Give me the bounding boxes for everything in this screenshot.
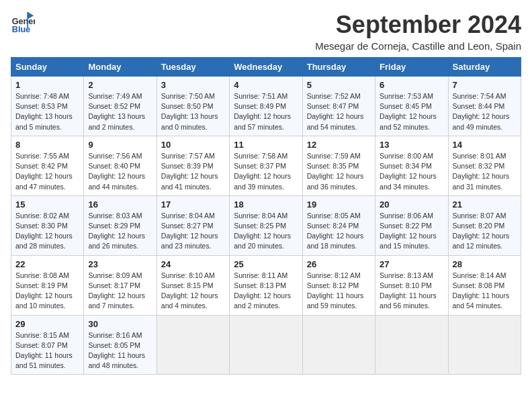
day-number: 26 (307, 259, 371, 269)
location-subtitle: Mesegar de Corneja, Castille and Leon, S… (315, 40, 521, 52)
day-number: 21 (453, 199, 517, 210)
day-info: Sunrise: 8:14 AM Sunset: 8:08 PM Dayligh… (453, 271, 517, 312)
calendar-day-cell: 20 Sunrise: 8:06 AM Sunset: 8:22 PM Dayl… (375, 195, 448, 255)
day-number: 14 (453, 140, 517, 150)
month-title: September 2024 (315, 11, 521, 39)
day-number: 7 (453, 80, 517, 90)
day-number: 5 (307, 80, 371, 90)
calendar-week-row: 29 Sunrise: 8:15 AM Sunset: 8:07 PM Dayl… (11, 315, 521, 375)
day-number: 17 (161, 199, 225, 210)
day-number: 16 (88, 199, 152, 210)
day-number: 15 (15, 199, 79, 210)
calendar-day-cell: 3 Sunrise: 7:50 AM Sunset: 8:50 PM Dayli… (157, 77, 229, 136)
calendar-day-cell: 29 Sunrise: 8:15 AM Sunset: 8:07 PM Dayl… (11, 315, 84, 375)
calendar-week-row: 1 Sunrise: 7:48 AM Sunset: 8:53 PM Dayli… (11, 77, 521, 136)
day-info: Sunrise: 7:52 AM Sunset: 8:47 PM Dayligh… (307, 91, 371, 132)
day-number: 4 (234, 80, 298, 90)
day-info: Sunrise: 7:55 AM Sunset: 8:42 PM Dayligh… (15, 151, 79, 192)
calendar-day-cell: 8 Sunrise: 7:55 AM Sunset: 8:42 PM Dayli… (11, 136, 84, 195)
calendar-day-cell: 15 Sunrise: 8:02 AM Sunset: 8:30 PM Dayl… (11, 195, 84, 255)
day-number: 6 (380, 80, 443, 90)
calendar-day-cell: 24 Sunrise: 8:10 AM Sunset: 8:15 PM Dayl… (157, 255, 229, 315)
header: General Blue September 2024 Mesegar de C… (11, 11, 521, 52)
day-number: 28 (453, 259, 517, 269)
day-info: Sunrise: 8:09 AM Sunset: 8:17 PM Dayligh… (88, 271, 152, 312)
day-info: Sunrise: 8:13 AM Sunset: 8:10 PM Dayligh… (380, 271, 443, 312)
weekday-header-row: SundayMondayTuesdayWednesdayThursdayFrid… (11, 58, 521, 77)
calendar-day-cell (302, 315, 375, 375)
day-info: Sunrise: 8:02 AM Sunset: 8:30 PM Dayligh… (15, 211, 79, 252)
calendar-day-cell: 27 Sunrise: 8:13 AM Sunset: 8:10 PM Dayl… (375, 255, 448, 315)
day-info: Sunrise: 7:54 AM Sunset: 8:44 PM Dayligh… (453, 91, 517, 132)
day-info: Sunrise: 7:50 AM Sunset: 8:50 PM Dayligh… (161, 91, 225, 132)
day-info: Sunrise: 8:06 AM Sunset: 8:22 PM Dayligh… (380, 211, 443, 252)
calendar-day-cell: 25 Sunrise: 8:11 AM Sunset: 8:13 PM Dayl… (230, 255, 302, 315)
day-number: 30 (88, 319, 152, 329)
calendar-day-cell: 13 Sunrise: 8:00 AM Sunset: 8:34 PM Dayl… (375, 136, 448, 195)
day-number: 29 (15, 319, 79, 329)
svg-rect-4 (27, 12, 28, 28)
day-number: 23 (88, 259, 152, 269)
calendar-day-cell: 28 Sunrise: 8:14 AM Sunset: 8:08 PM Dayl… (448, 255, 521, 315)
calendar-week-row: 8 Sunrise: 7:55 AM Sunset: 8:42 PM Dayli… (11, 136, 521, 195)
day-info: Sunrise: 8:08 AM Sunset: 8:19 PM Dayligh… (15, 271, 79, 312)
day-info: Sunrise: 7:57 AM Sunset: 8:39 PM Dayligh… (161, 151, 225, 192)
calendar-day-cell (230, 315, 302, 375)
logo-icon: General Blue (11, 11, 35, 35)
calendar-day-cell: 7 Sunrise: 7:54 AM Sunset: 8:44 PM Dayli… (448, 77, 521, 136)
weekday-header-cell: Sunday (11, 58, 84, 77)
calendar-day-cell (448, 315, 521, 375)
day-info: Sunrise: 8:10 AM Sunset: 8:15 PM Dayligh… (161, 271, 225, 312)
calendar-day-cell: 11 Sunrise: 7:58 AM Sunset: 8:37 PM Dayl… (230, 136, 302, 195)
calendar-week-row: 15 Sunrise: 8:02 AM Sunset: 8:30 PM Dayl… (11, 195, 521, 255)
day-info: Sunrise: 7:48 AM Sunset: 8:53 PM Dayligh… (15, 91, 79, 132)
weekday-header-cell: Monday (84, 58, 157, 77)
weekday-header-cell: Saturday (448, 58, 521, 77)
calendar-day-cell: 12 Sunrise: 7:59 AM Sunset: 8:35 PM Dayl… (302, 136, 375, 195)
calendar-day-cell: 4 Sunrise: 7:51 AM Sunset: 8:49 PM Dayli… (230, 77, 302, 136)
day-info: Sunrise: 8:03 AM Sunset: 8:29 PM Dayligh… (88, 211, 152, 252)
calendar-day-cell: 5 Sunrise: 7:52 AM Sunset: 8:47 PM Dayli… (302, 77, 375, 136)
day-number: 20 (380, 199, 443, 210)
day-info: Sunrise: 8:04 AM Sunset: 8:25 PM Dayligh… (234, 211, 298, 252)
weekday-header-cell: Wednesday (230, 58, 302, 77)
weekday-header-cell: Tuesday (157, 58, 229, 77)
calendar-day-cell: 26 Sunrise: 8:12 AM Sunset: 8:12 PM Dayl… (302, 255, 375, 315)
day-info: Sunrise: 7:53 AM Sunset: 8:45 PM Dayligh… (380, 91, 443, 132)
calendar-day-cell: 16 Sunrise: 8:03 AM Sunset: 8:29 PM Dayl… (84, 195, 157, 255)
day-info: Sunrise: 8:01 AM Sunset: 8:32 PM Dayligh… (453, 151, 517, 192)
day-info: Sunrise: 8:05 AM Sunset: 8:24 PM Dayligh… (307, 211, 371, 252)
calendar-week-row: 22 Sunrise: 8:08 AM Sunset: 8:19 PM Dayl… (11, 255, 521, 315)
day-info: Sunrise: 8:07 AM Sunset: 8:20 PM Dayligh… (453, 211, 517, 252)
day-number: 11 (234, 140, 298, 150)
day-info: Sunrise: 7:56 AM Sunset: 8:40 PM Dayligh… (88, 151, 152, 192)
calendar-day-cell: 1 Sunrise: 7:48 AM Sunset: 8:53 PM Dayli… (11, 77, 84, 136)
day-number: 8 (15, 140, 79, 150)
day-info: Sunrise: 7:59 AM Sunset: 8:35 PM Dayligh… (307, 151, 371, 192)
calendar-day-cell: 22 Sunrise: 8:08 AM Sunset: 8:19 PM Dayl… (11, 255, 84, 315)
calendar-day-cell (375, 315, 448, 375)
day-number: 27 (380, 259, 443, 269)
day-info: Sunrise: 8:11 AM Sunset: 8:13 PM Dayligh… (234, 271, 298, 312)
day-number: 18 (234, 199, 298, 210)
calendar-day-cell: 30 Sunrise: 8:16 AM Sunset: 8:05 PM Dayl… (84, 315, 157, 375)
calendar-body: 1 Sunrise: 7:48 AM Sunset: 8:53 PM Dayli… (11, 77, 521, 375)
calendar-day-cell: 14 Sunrise: 8:01 AM Sunset: 8:32 PM Dayl… (448, 136, 521, 195)
calendar-day-cell (157, 315, 229, 375)
day-info: Sunrise: 8:12 AM Sunset: 8:12 PM Dayligh… (307, 271, 371, 312)
day-info: Sunrise: 8:04 AM Sunset: 8:27 PM Dayligh… (161, 211, 225, 252)
weekday-header-cell: Friday (375, 58, 448, 77)
day-number: 13 (380, 140, 443, 150)
day-info: Sunrise: 8:00 AM Sunset: 8:34 PM Dayligh… (380, 151, 443, 192)
day-number: 1 (15, 80, 79, 90)
logo: General Blue (11, 11, 35, 35)
calendar-day-cell: 2 Sunrise: 7:49 AM Sunset: 8:52 PM Dayli… (84, 77, 157, 136)
day-number: 22 (15, 259, 79, 269)
calendar-day-cell: 6 Sunrise: 7:53 AM Sunset: 8:45 PM Dayli… (375, 77, 448, 136)
weekday-header-cell: Thursday (302, 58, 375, 77)
calendar-day-cell: 9 Sunrise: 7:56 AM Sunset: 8:40 PM Dayli… (84, 136, 157, 195)
calendar-day-cell: 19 Sunrise: 8:05 AM Sunset: 8:24 PM Dayl… (302, 195, 375, 255)
calendar-day-cell: 21 Sunrise: 8:07 AM Sunset: 8:20 PM Dayl… (448, 195, 521, 255)
day-number: 25 (234, 259, 298, 269)
day-number: 2 (88, 80, 152, 90)
